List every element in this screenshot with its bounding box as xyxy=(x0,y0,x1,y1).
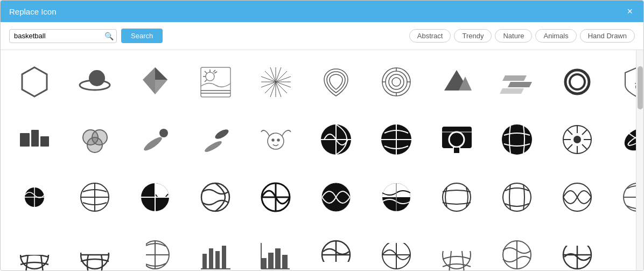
filter-tag-hand-drawn[interactable]: Hand Drawn xyxy=(580,29,635,43)
dialog-header: Replace Icon × xyxy=(1,1,643,22)
svg-marker-4 xyxy=(155,67,167,80)
svg-rect-112 xyxy=(209,248,213,269)
svg-marker-34 xyxy=(502,75,527,81)
svg-line-73 xyxy=(568,144,572,149)
svg-rect-41 xyxy=(31,130,39,147)
icon-hexagon[interactable] xyxy=(9,57,60,108)
icon-basketball-grid-outline[interactable] xyxy=(69,172,121,223)
svg-line-11 xyxy=(205,71,207,73)
icon-oval-ball[interactable] xyxy=(612,114,636,165)
toolbar: 🔍 Search Abstract Trendy Nature Animals … xyxy=(1,22,643,50)
icon-basketball-halves[interactable] xyxy=(371,172,422,223)
svg-rect-130 xyxy=(442,251,472,270)
svg-point-50 xyxy=(268,133,284,149)
svg-point-94 xyxy=(443,183,471,211)
icon-parallelogram[interactable] xyxy=(492,57,543,108)
icon-planet[interactable] xyxy=(69,57,121,108)
icon-mountain[interactable] xyxy=(431,57,482,108)
svg-rect-59 xyxy=(442,127,472,148)
svg-rect-119 xyxy=(282,255,288,269)
icon-three-bars[interactable] xyxy=(9,114,60,165)
icon-basketball-partial-4[interactable] xyxy=(311,230,362,270)
svg-line-70 xyxy=(568,130,572,135)
svg-point-49 xyxy=(204,140,223,154)
svg-rect-116 xyxy=(261,258,267,269)
filter-tag-abstract[interactable]: Abstract xyxy=(409,29,451,43)
icon-bull[interactable] xyxy=(250,114,302,165)
icon-basketball-partial-8[interactable] xyxy=(552,230,603,270)
icon-diamond[interactable] xyxy=(130,57,181,108)
close-button[interactable]: × xyxy=(625,6,635,16)
svg-rect-42 xyxy=(40,136,49,147)
svg-rect-40 xyxy=(20,133,30,147)
svg-point-46 xyxy=(159,129,168,137)
filter-tag-animals[interactable]: Animals xyxy=(535,29,576,43)
svg-point-74 xyxy=(620,124,636,155)
icon-basketball-hoop[interactable] xyxy=(431,114,482,165)
icon-basketball-partial-5[interactable] xyxy=(371,230,422,270)
replace-icon-dialog: Replace Icon × 🔍 Search Abstract Trendy … xyxy=(0,0,644,271)
icon-meteor[interactable] xyxy=(190,114,241,165)
svg-rect-61 xyxy=(453,147,460,154)
svg-rect-113 xyxy=(215,251,220,269)
svg-point-1 xyxy=(89,70,105,86)
svg-marker-0 xyxy=(22,67,47,96)
icon-wheel[interactable] xyxy=(552,114,603,165)
icon-arch-lines[interactable] xyxy=(311,57,362,108)
icon-basketball-bold-outline[interactable] xyxy=(250,172,302,223)
icon-target-circles[interactable] xyxy=(371,57,422,108)
search-input[interactable] xyxy=(14,32,104,40)
svg-point-51 xyxy=(272,139,274,141)
icon-basketball-dribble[interactable] xyxy=(492,172,543,223)
svg-point-7 xyxy=(206,72,214,81)
dialog-title: Replace Icon xyxy=(9,7,57,16)
svg-rect-117 xyxy=(268,253,274,269)
icon-basketball-quarter-fill[interactable] xyxy=(130,172,181,223)
dialog-body: ح xyxy=(1,50,643,270)
svg-point-65 xyxy=(574,136,580,143)
icon-shield-letter[interactable]: ح xyxy=(612,57,636,108)
icon-basketball-2[interactable] xyxy=(371,114,422,165)
filter-tags: Abstract Trendy Nature Animals Hand Draw… xyxy=(409,29,635,43)
icon-basketball-minimal-seam[interactable] xyxy=(552,172,603,223)
svg-rect-114 xyxy=(222,246,226,269)
scrollbar-thumb[interactable] xyxy=(638,66,643,109)
svg-line-71 xyxy=(582,144,587,149)
icon-basketball-partial-1[interactable] xyxy=(9,230,60,270)
icon-circle-ring[interactable] xyxy=(552,57,603,108)
svg-point-24 xyxy=(382,68,410,96)
scrollbar-track[interactable] xyxy=(636,50,643,270)
icon-basketball-3[interactable] xyxy=(492,114,543,165)
filter-tag-nature[interactable]: Nature xyxy=(495,29,532,43)
icon-basketball-small-filled[interactable] xyxy=(9,172,60,223)
icon-basketball-1[interactable] xyxy=(311,114,362,165)
svg-point-131 xyxy=(443,241,471,269)
search-button[interactable]: Search xyxy=(121,29,163,43)
icon-triple-circles[interactable] xyxy=(69,114,121,165)
icon-basketball-partial-2[interactable] xyxy=(69,230,121,270)
icon-sun-landscape[interactable] xyxy=(190,57,241,108)
icon-basketball-partial-3[interactable] xyxy=(130,230,181,270)
svg-point-45 xyxy=(87,137,102,152)
filter-tag-trendy[interactable]: Trendy xyxy=(454,29,492,43)
icon-basketball-partial-7[interactable] xyxy=(492,230,543,270)
svg-line-8 xyxy=(213,70,215,72)
svg-line-9 xyxy=(214,72,217,73)
svg-rect-118 xyxy=(275,248,281,269)
icon-basketball-seam-lines[interactable] xyxy=(431,172,482,223)
svg-point-63 xyxy=(502,124,532,155)
icon-bar-chart-basketball[interactable] xyxy=(190,230,241,270)
icon-bar-chart-2[interactable] xyxy=(250,230,302,270)
icon-comet[interactable] xyxy=(130,114,181,165)
icon-basketball-partial-6[interactable] xyxy=(431,230,482,270)
search-icon-button[interactable]: 🔍 xyxy=(104,32,114,40)
svg-marker-5 xyxy=(155,80,167,94)
svg-marker-35 xyxy=(508,82,532,87)
icon-basketball-filled-seams[interactable] xyxy=(311,172,362,223)
icon-basketball-plain[interactable] xyxy=(612,172,636,223)
icon-basketball-ring-outline[interactable] xyxy=(190,172,241,223)
icons-grid-wrapper[interactable]: ح xyxy=(1,50,636,270)
icon-starburst[interactable] xyxy=(250,57,302,108)
svg-point-47 xyxy=(142,135,164,153)
svg-rect-111 xyxy=(202,254,207,269)
